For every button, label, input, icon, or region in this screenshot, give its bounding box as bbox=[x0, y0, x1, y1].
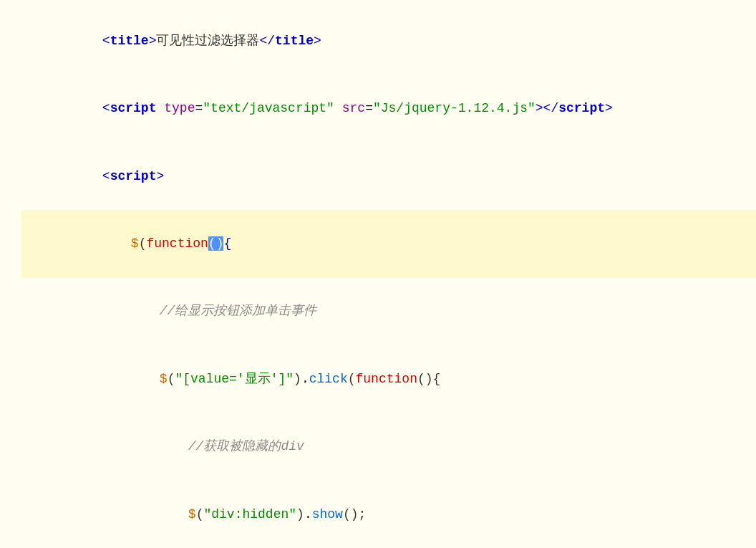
code-line-4: $(function(){ bbox=[0, 210, 756, 277]
line-num-3 bbox=[0, 143, 21, 210]
code-line-7: //获取被隐藏的div bbox=[0, 413, 756, 480]
line-content-5: //给显示按钮添加单击事件 bbox=[21, 278, 756, 345]
line-content-4: $(function(){ bbox=[21, 210, 756, 277]
code-line-6: $("[value='显示']").click(function(){ bbox=[0, 345, 756, 413]
line-num-7 bbox=[0, 413, 21, 480]
line-num-6 bbox=[0, 345, 21, 413]
code-line-5: //给显示按钮添加单击事件 bbox=[0, 278, 756, 345]
line-content-2: <script type="text/javascript" src="Js/j… bbox=[21, 74, 756, 142]
line-content-3: <script> bbox=[21, 143, 756, 210]
code-editor: <title>可见性过滤选择器</title> <script type="te… bbox=[0, 0, 756, 548]
code-line-1: <title>可见性过滤选择器</title> bbox=[0, 7, 756, 74]
code-line-2: <script type="text/javascript" src="Js/j… bbox=[0, 74, 756, 142]
code-line-8: $("div:hidden").show(); bbox=[0, 481, 756, 548]
line-content-7: //获取被隐藏的div bbox=[21, 413, 756, 480]
line-num-8 bbox=[0, 481, 21, 548]
code-line-3: <script> bbox=[0, 143, 756, 210]
line-num-4 bbox=[0, 210, 21, 277]
line-num-2 bbox=[0, 74, 21, 142]
line-content-6: $("[value='显示']").click(function(){ bbox=[21, 345, 756, 413]
line-content-1: <title>可见性过滤选择器</title> bbox=[21, 7, 756, 74]
line-content-8: $("div:hidden").show(); bbox=[21, 481, 756, 548]
line-num-5 bbox=[0, 278, 21, 345]
line-num-1 bbox=[0, 7, 21, 74]
